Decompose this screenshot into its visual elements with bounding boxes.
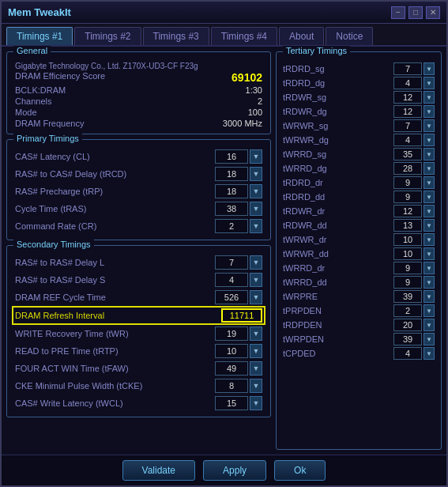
secondary-dropdown-0[interactable]: ▼ (250, 255, 262, 270)
tertiary-input-9[interactable] (393, 191, 422, 203)
primary-label-4: Command Rate (CR) (15, 221, 96, 231)
secondary-label-2: DRAM REF Cycle Time (15, 293, 106, 302)
secondary-input-4[interactable] (215, 327, 248, 341)
tertiary-input-11[interactable] (393, 219, 422, 232)
secondary-input-2[interactable] (215, 290, 248, 304)
tab-about[interactable]: About (279, 27, 324, 45)
tab-timings1[interactable]: Timings #1 (6, 27, 73, 45)
tertiary-input-6[interactable] (393, 148, 422, 160)
tertiary-dropdown-1[interactable]: ▼ (424, 77, 435, 89)
tertiary-dropdown-18[interactable]: ▼ (424, 319, 435, 331)
ok-button[interactable]: Ok (274, 460, 326, 481)
tertiary-input-12[interactable] (393, 233, 422, 246)
tertiary-row-12: tWRWR_dr ▼ (281, 232, 436, 247)
tertiary-dropdown-15[interactable]: ▼ (424, 276, 435, 289)
tertiary-dropdown-7[interactable]: ▼ (424, 162, 435, 175)
tertiary-dropdown-3[interactable]: ▼ (424, 105, 435, 118)
tertiary-dropdown-16[interactable]: ▼ (424, 290, 435, 303)
tab-timings2[interactable]: Timings #2 (74, 27, 141, 45)
tertiary-dropdown-2[interactable]: ▼ (424, 91, 435, 104)
primary-input-1[interactable] (215, 167, 248, 181)
tertiary-input-14[interactable] (393, 262, 422, 274)
tertiary-input-7[interactable] (393, 162, 422, 175)
tertiary-dropdown-5[interactable]: ▼ (424, 134, 435, 146)
tertiary-row-13: tWRWR_dd ▼ (281, 247, 436, 261)
primary-dropdown-0[interactable]: ▼ (250, 149, 262, 164)
tertiary-dropdown-8[interactable]: ▼ (424, 176, 435, 189)
maximize-button[interactable]: □ (408, 6, 423, 19)
tertiary-dropdown-12[interactable]: ▼ (424, 233, 435, 246)
primary-dropdown-3[interactable]: ▼ (250, 202, 262, 216)
tertiary-input-17[interactable] (393, 304, 422, 317)
apply-button[interactable]: Apply (203, 460, 266, 481)
channels-value: 2 (258, 96, 262, 106)
tertiary-dropdown-0[interactable]: ▼ (424, 62, 435, 75)
tertiary-dropdown-6[interactable]: ▼ (424, 148, 435, 160)
primary-dropdown-2[interactable]: ▼ (250, 184, 262, 198)
tertiary-input-15[interactable] (393, 276, 422, 289)
tertiary-label-12: tWRWR_dr (283, 235, 346, 244)
tertiary-input-0[interactable] (393, 62, 422, 75)
tertiary-dropdown-19[interactable]: ▼ (424, 333, 435, 345)
tertiary-dropdown-14[interactable]: ▼ (424, 262, 435, 274)
secondary-input-7[interactable] (215, 379, 248, 393)
tertiary-input-20[interactable] (393, 347, 422, 360)
secondary-row-2: DRAM REF Cycle Time ▼ (12, 289, 265, 306)
tertiary-dropdown-4[interactable]: ▼ (424, 119, 435, 132)
tertiary-input-13[interactable] (393, 247, 422, 260)
tertiary-dropdown-17[interactable]: ▼ (424, 304, 435, 317)
tertiary-control-2: ▼ (393, 91, 435, 104)
secondary-input-6[interactable] (215, 361, 248, 376)
tertiary-input-19[interactable] (393, 333, 422, 345)
tertiary-input-5[interactable] (393, 134, 422, 146)
tab-timings4[interactable]: Timings #4 (211, 27, 277, 45)
secondary-control-2: ▼ (215, 290, 262, 304)
primary-dropdown-4[interactable]: ▼ (250, 219, 262, 233)
primary-input-0[interactable] (215, 149, 248, 164)
tertiary-label-10: tRDWR_dr (283, 206, 346, 216)
minimize-button[interactable]: − (391, 6, 405, 19)
primary-input-4[interactable] (215, 219, 248, 233)
secondary-input-0[interactable] (215, 255, 248, 270)
tertiary-dropdown-11[interactable]: ▼ (424, 219, 435, 232)
manufacturer-label: Gigabyte Technology Co., Ltd. Z170X-UD3-… (12, 62, 265, 70)
primary-dropdown-1[interactable]: ▼ (250, 167, 262, 181)
secondary-dropdown-6[interactable]: ▼ (250, 361, 262, 376)
tertiary-dropdown-9[interactable]: ▼ (424, 191, 435, 203)
secondary-dropdown-7[interactable]: ▼ (250, 379, 262, 393)
secondary-dropdown-2[interactable]: ▼ (250, 290, 262, 304)
tertiary-row-0: tRDRD_sg ▼ (281, 62, 436, 76)
close-button[interactable]: ✕ (426, 6, 440, 19)
tertiary-control-10: ▼ (393, 205, 435, 217)
secondary-input-3[interactable] (221, 308, 262, 323)
tertiary-dropdown-10[interactable]: ▼ (424, 205, 435, 217)
tertiary-row-2: tRDWR_sg ▼ (281, 90, 436, 104)
title-bar: Mem TweakIt − □ ✕ (2, 2, 446, 24)
primary-control-4: ▼ (215, 219, 262, 233)
tertiary-input-8[interactable] (393, 176, 422, 189)
tertiary-dropdown-20[interactable]: ▼ (424, 347, 435, 360)
secondary-label-8: CAS# Write Latency (tWCL) (15, 398, 123, 408)
secondary-input-8[interactable] (215, 396, 248, 410)
tertiary-dropdown-13[interactable]: ▼ (424, 247, 435, 260)
secondary-dropdown-8[interactable]: ▼ (250, 396, 262, 410)
tab-notice[interactable]: Notice (326, 27, 373, 45)
secondary-dropdown-5[interactable]: ▼ (250, 344, 262, 358)
tertiary-input-2[interactable] (393, 91, 422, 104)
primary-input-2[interactable] (215, 184, 248, 198)
validate-button[interactable]: Validate (122, 460, 195, 481)
secondary-dropdown-4[interactable]: ▼ (250, 327, 262, 341)
tab-timings3[interactable]: Timings #3 (143, 27, 209, 45)
tertiary-input-1[interactable] (393, 77, 422, 89)
secondary-input-1[interactable] (215, 273, 248, 287)
primary-input-3[interactable] (215, 202, 248, 216)
tertiary-input-4[interactable] (393, 119, 422, 132)
primary-label-0: CAS# Latency (CL) (15, 152, 90, 161)
secondary-dropdown-1[interactable]: ▼ (250, 273, 262, 287)
tertiary-input-16[interactable] (393, 290, 422, 303)
secondary-input-5[interactable] (215, 344, 248, 358)
tertiary-input-3[interactable] (393, 105, 422, 118)
tertiary-input-10[interactable] (393, 205, 422, 217)
tertiary-row-1: tRDRD_dg ▼ (281, 76, 436, 90)
tertiary-input-18[interactable] (393, 319, 422, 331)
